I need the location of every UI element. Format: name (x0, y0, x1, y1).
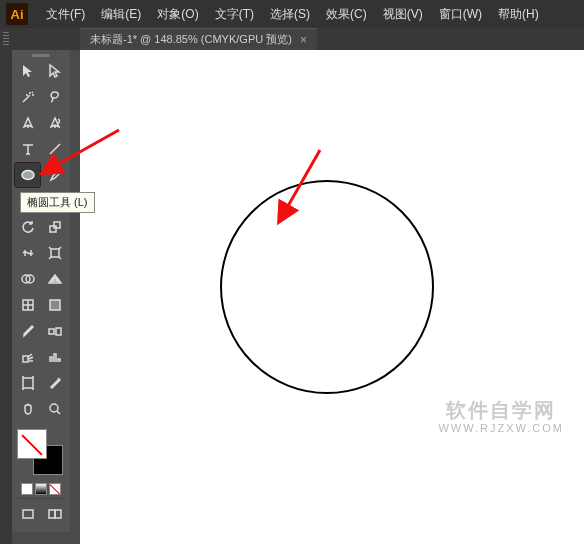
app-logo: Ai (6, 3, 28, 25)
lasso-tool[interactable] (42, 85, 67, 109)
perspective-grid-tool[interactable] (42, 267, 67, 291)
column-graph-tool[interactable] (42, 345, 67, 369)
symbol-sprayer-tool[interactable] (15, 345, 40, 369)
document-tabbar: 未标题-1* @ 148.85% (CMYK/GPU 预览) × (0, 28, 584, 50)
color-mode-row (21, 483, 61, 495)
width-tool[interactable] (15, 241, 40, 265)
slice-tool[interactable] (42, 371, 67, 395)
svg-line-17 (280, 150, 320, 220)
ellipse-tool-tooltip: 椭圆工具 (L) (20, 192, 95, 213)
shape-builder-tool[interactable] (15, 267, 40, 291)
menu-effect[interactable]: 效果(C) (318, 2, 375, 27)
menu-object[interactable]: 对象(O) (149, 2, 206, 27)
menu-text[interactable]: 文字(T) (207, 2, 262, 27)
app-topbar: Ai 文件(F) 编辑(E) 对象(O) 文字(T) 选择(S) 效果(C) 视… (0, 0, 584, 28)
watermark-text-cn: 软件自学网 (438, 397, 564, 424)
rotate-tool[interactable] (15, 215, 40, 239)
free-transform-tool[interactable] (42, 241, 67, 265)
svg-rect-12 (23, 378, 33, 388)
dock-grip-icon[interactable] (3, 32, 9, 46)
menu-edit[interactable]: 编辑(E) (93, 2, 149, 27)
svg-rect-16 (55, 510, 61, 518)
panel-dock-strip (0, 28, 12, 544)
menu-select[interactable]: 选择(S) (262, 2, 318, 27)
selection-tool[interactable] (15, 59, 40, 83)
fill-stroke-swatch[interactable] (17, 429, 65, 477)
svg-rect-9 (49, 329, 54, 334)
svg-point-0 (22, 171, 34, 180)
toolbox-divider (18, 498, 64, 499)
annotation-arrow-icon (270, 140, 350, 240)
eyedropper-tool[interactable] (15, 319, 40, 343)
menu-file[interactable]: 文件(F) (38, 2, 93, 27)
annotation-arrow-icon (34, 120, 134, 200)
svg-rect-15 (49, 510, 55, 518)
menu-view[interactable]: 视图(V) (375, 2, 431, 27)
zoom-tool[interactable] (42, 397, 67, 421)
gradient-tool[interactable] (42, 293, 67, 317)
document-tab[interactable]: 未标题-1* @ 148.85% (CMYK/GPU 预览) × (80, 28, 317, 50)
hand-tool[interactable] (15, 397, 40, 421)
toolbox-grip-icon[interactable] (32, 54, 50, 57)
watermark-text-url: WWW.RJZXW.COM (438, 422, 564, 434)
watermark: 软件自学网 WWW.RJZXW.COM (438, 397, 564, 434)
svg-rect-8 (50, 300, 60, 310)
scale-tool[interactable] (42, 215, 67, 239)
magic-wand-tool[interactable] (15, 85, 40, 109)
blend-tool[interactable] (42, 319, 67, 343)
screen-mode-normal[interactable] (15, 502, 40, 526)
color-mode-solid[interactable] (21, 483, 33, 495)
fill-color[interactable] (17, 429, 47, 459)
svg-rect-14 (23, 510, 33, 518)
svg-point-13 (50, 404, 58, 412)
canvas-area[interactable]: 软件自学网 WWW.RJZXW.COM (80, 50, 584, 544)
close-tab-icon[interactable]: × (300, 33, 307, 47)
screen-mode-switch[interactable] (42, 502, 67, 526)
menu-help[interactable]: 帮助(H) (490, 2, 547, 27)
menubar: 文件(F) 编辑(E) 对象(O) 文字(T) 选择(S) 效果(C) 视图(V… (38, 2, 547, 27)
document-tab-title: 未标题-1* @ 148.85% (CMYK/GPU 预览) (90, 32, 292, 47)
svg-rect-10 (56, 328, 61, 335)
direct-selection-tool[interactable] (42, 59, 67, 83)
svg-rect-4 (51, 249, 59, 257)
svg-rect-11 (23, 356, 28, 362)
svg-rect-3 (54, 222, 60, 228)
color-mode-gradient[interactable] (35, 483, 47, 495)
color-mode-none[interactable] (49, 483, 61, 495)
artboard-tool[interactable] (15, 371, 40, 395)
no-fill-icon (20, 432, 44, 456)
svg-rect-2 (50, 226, 56, 232)
svg-line-18 (44, 130, 119, 172)
mesh-tool[interactable] (15, 293, 40, 317)
menu-window[interactable]: 窗口(W) (431, 2, 490, 27)
